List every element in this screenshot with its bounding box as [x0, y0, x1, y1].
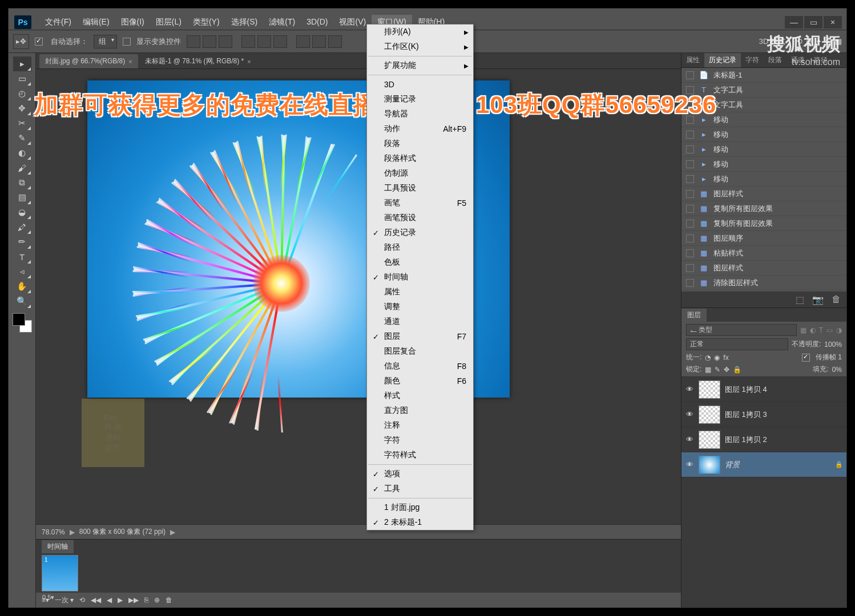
tool-button[interactable]: ⧉: [13, 175, 31, 190]
history-item[interactable]: ▦粘贴样式: [681, 246, 846, 261]
menu-dropdown-item[interactable]: 工具: [367, 481, 473, 496]
layer-row[interactable]: 👁图层 1拷贝 3: [681, 402, 846, 427]
auto-select-dropdown[interactable]: 组: [94, 35, 117, 48]
tool-button[interactable]: ◃: [13, 264, 31, 279]
filter-icon[interactable]: ◑: [836, 326, 842, 334]
auto-select-checkbox[interactable]: [35, 38, 43, 46]
menu-dropdown-item[interactable]: 字符样式: [367, 448, 473, 463]
menu-dropdown-item[interactable]: 工具预设: [367, 181, 473, 196]
align-icon[interactable]: [203, 35, 216, 48]
menu-item[interactable]: 3D(D): [301, 15, 333, 30]
tool-button[interactable]: ✋: [13, 279, 31, 294]
unify-icon[interactable]: ◔: [705, 354, 711, 362]
history-checkbox[interactable]: [686, 131, 694, 139]
tab-close-icon[interactable]: ×: [247, 58, 251, 65]
menu-dropdown-item[interactable]: 图层复合: [367, 344, 473, 359]
align-icon[interactable]: [187, 35, 200, 48]
lock-icon[interactable]: ▦: [705, 366, 711, 374]
menu-dropdown-item[interactable]: 测量记录: [367, 92, 473, 107]
tool-button[interactable]: ◐: [13, 145, 31, 160]
menu-dropdown-item[interactable]: 色板: [367, 255, 473, 270]
menu-item[interactable]: 图层(L): [150, 15, 187, 30]
menu-item[interactable]: 文件(F): [39, 15, 77, 30]
history-item[interactable]: 📄未标题-1: [681, 68, 846, 83]
opacity-value[interactable]: 100%: [824, 341, 842, 348]
tool-button[interactable]: 🖍: [13, 220, 31, 234]
history-checkbox[interactable]: [686, 205, 694, 213]
menu-dropdown-item[interactable]: 直方图: [367, 403, 473, 418]
history-checkbox[interactable]: [686, 234, 694, 242]
filter-icon[interactable]: ◐: [810, 326, 816, 334]
new-snapshot-icon[interactable]: ⬚: [796, 294, 804, 305]
menu-dropdown-item[interactable]: 历史记录: [367, 225, 473, 240]
timeline-control-button[interactable]: ▶: [118, 596, 123, 604]
distribute-icon[interactable]: [312, 35, 326, 48]
history-item[interactable]: ▦图层样式: [681, 261, 846, 275]
filter-icon[interactable]: ▦: [800, 326, 806, 334]
menu-item[interactable]: 类型(Y): [187, 15, 225, 30]
menu-item[interactable]: 图像(I): [115, 15, 150, 30]
loop-dropdown[interactable]: 一次 ▾: [55, 595, 74, 605]
menu-dropdown-item[interactable]: 信息F8: [367, 359, 473, 374]
visibility-icon[interactable]: 👁: [685, 410, 694, 419]
unify-icon[interactable]: fx: [723, 354, 728, 362]
menu-dropdown-item[interactable]: 通道: [367, 314, 473, 329]
menu-item[interactable]: 编辑(E): [77, 15, 115, 30]
menu-dropdown-item[interactable]: 字符: [367, 433, 473, 448]
lock-icon[interactable]: 🔒: [733, 366, 741, 374]
history-item[interactable]: ▦清除图层样式: [681, 275, 846, 290]
fg-color[interactable]: [13, 313, 25, 326]
history-checkbox[interactable]: [686, 71, 694, 79]
menu-dropdown-item[interactable]: 颜色F6: [367, 374, 473, 388]
layer-thumbnail[interactable]: [699, 406, 720, 424]
tool-button[interactable]: ◴: [13, 86, 31, 101]
layer-thumbnail[interactable]: [699, 456, 720, 474]
tool-button[interactable]: 🖌: [13, 160, 31, 175]
align-icon[interactable]: [219, 35, 232, 48]
status-arrow-icon[interactable]: ▶: [70, 528, 75, 536]
panel-tab[interactable]: 属性: [681, 53, 704, 67]
history-item[interactable]: ▸移动: [681, 157, 846, 172]
history-item[interactable]: ▦复制所有图层效果: [681, 201, 846, 216]
status-arrow-icon[interactable]: ▶: [170, 528, 175, 536]
timeline-control-button[interactable]: ⎘: [144, 596, 148, 604]
menu-dropdown-item[interactable]: 工作区(K): [367, 39, 473, 54]
camera-icon[interactable]: 📷: [812, 294, 824, 305]
timeline-control-button[interactable]: 🗑: [166, 596, 172, 604]
blend-mode-dropdown[interactable]: 正常: [686, 338, 788, 350]
filter-icon[interactable]: ▭: [826, 326, 833, 334]
tool-button[interactable]: 🔍: [13, 294, 31, 309]
history-item[interactable]: ▦图层样式: [681, 187, 846, 201]
frame-delay[interactable]: 0.5▾: [42, 594, 54, 601]
tool-button[interactable]: ✥: [13, 101, 31, 116]
layer-row[interactable]: 👁背景🔒: [681, 452, 846, 477]
history-checkbox[interactable]: [686, 175, 694, 183]
color-swatch[interactable]: [13, 313, 32, 333]
timeline-control-button[interactable]: ⊕: [154, 596, 160, 604]
menu-dropdown-item[interactable]: 路径: [367, 240, 473, 255]
history-checkbox[interactable]: [686, 145, 694, 153]
menu-dropdown-item[interactable]: 图层F7: [367, 329, 473, 344]
layer-thumbnail[interactable]: [699, 431, 720, 449]
menu-dropdown-item[interactable]: 扩展功能: [367, 58, 473, 73]
visibility-icon[interactable]: 👁: [685, 460, 694, 469]
menu-dropdown-item[interactable]: 排列(A): [367, 25, 473, 39]
unify-icon[interactable]: ◉: [714, 354, 720, 362]
layer-filter-dropdown[interactable]: ᎘ 类型: [686, 324, 797, 336]
history-item[interactable]: ▸移动: [681, 142, 846, 157]
document-tab[interactable]: 封面.jpg @ 66.7%(RGB/8)×: [39, 54, 138, 68]
document-tab[interactable]: 未标题-1 @ 78.1% (网, RGB/8) *×: [139, 54, 257, 68]
tool-button[interactable]: ✏: [13, 234, 31, 249]
menu-dropdown-item[interactable]: 属性: [367, 285, 473, 299]
tool-button[interactable]: ▭: [13, 71, 31, 86]
history-item[interactable]: ▸移动: [681, 172, 846, 187]
menu-dropdown-item[interactable]: 仿制源: [367, 166, 473, 181]
layers-tab[interactable]: 图层: [681, 308, 846, 322]
menu-dropdown-item[interactable]: 2 未标题-1: [367, 515, 473, 530]
menu-dropdown-item[interactable]: 动作Alt+F9: [367, 121, 473, 136]
history-checkbox[interactable]: [686, 220, 694, 228]
filter-icon[interactable]: T: [819, 326, 823, 334]
timeline-frame[interactable]: 1 0.5▾: [42, 555, 78, 591]
lock-icon[interactable]: ✎: [715, 366, 720, 374]
history-checkbox[interactable]: [686, 160, 694, 168]
